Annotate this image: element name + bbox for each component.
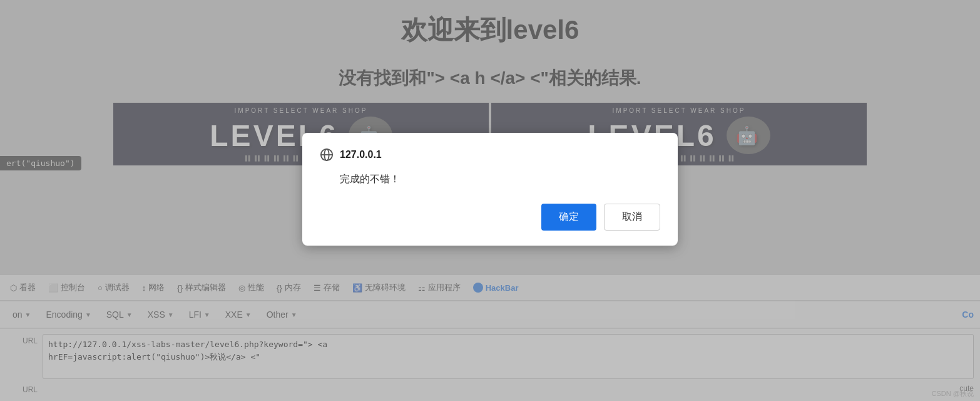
globe-icon xyxy=(320,148,334,162)
dialog-origin: 127.0.0.1 xyxy=(340,149,382,160)
dialog-buttons: 确定 取消 xyxy=(320,204,660,231)
cancel-button[interactable]: 取消 xyxy=(604,204,660,231)
dialog-header: 127.0.0.1 xyxy=(320,148,660,162)
confirm-button[interactable]: 确定 xyxy=(541,204,596,231)
alert-dialog: 127.0.0.1 完成的不错！ 确定 取消 xyxy=(302,133,678,246)
dialog-message: 完成的不错！ xyxy=(320,173,660,186)
